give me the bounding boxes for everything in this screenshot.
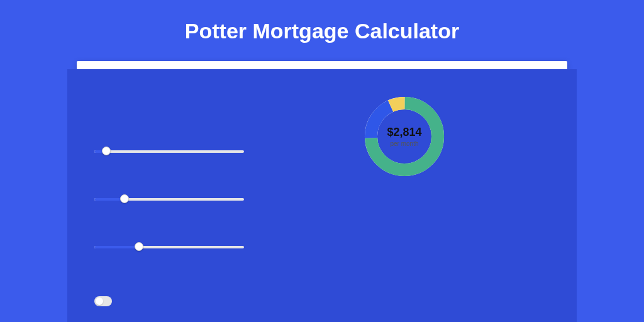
donut-center: $2,814 per month	[360, 92, 448, 180]
slider-thumb[interactable]	[102, 147, 111, 155]
down-payment-slider[interactable]	[94, 194, 244, 203]
toggle-handle	[96, 297, 103, 305]
interest-rate-slider[interactable]	[94, 242, 244, 251]
donut-chart: $2,814 per month	[360, 92, 448, 180]
slider-thumb[interactable]	[135, 242, 143, 251]
donut-center-value: $2,814	[387, 126, 421, 139]
page-title: Potter Mortgage Calculator	[0, 0, 644, 61]
donut-center-sub: per month	[390, 140, 418, 147]
slider-thumb[interactable]	[120, 194, 129, 203]
home-price-slider[interactable]	[94, 147, 244, 155]
veteran-toggle[interactable]	[94, 296, 112, 306]
